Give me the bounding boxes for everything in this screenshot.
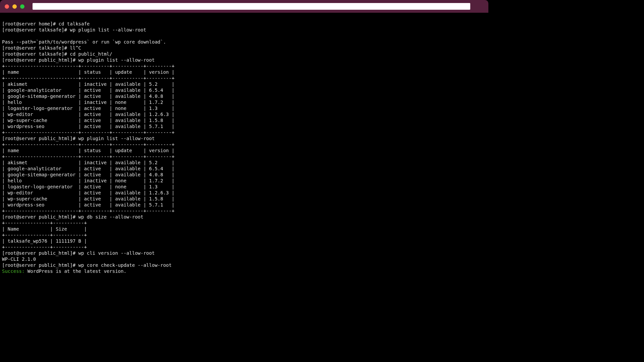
table-border: +--------------------------+----------+-… bbox=[2, 154, 174, 159]
table-row: | akismet | inactive | available | 5.2 | bbox=[2, 160, 174, 165]
table-row: | google-sitemap-generator | active | av… bbox=[2, 94, 174, 99]
prompt: [root@server talksafe]# bbox=[2, 27, 70, 33]
hint-text: Pass --path=`path/to/wordpress` or run `… bbox=[2, 39, 166, 45]
prompt: [root@server talksafe]# bbox=[2, 45, 70, 51]
cmd: wp cli version --allow-root bbox=[78, 250, 155, 256]
success-text: WordPress is at the latest version. bbox=[24, 268, 126, 274]
prompt: [root@server public_html]# bbox=[2, 262, 78, 268]
close-icon[interactable] bbox=[5, 4, 9, 9]
table-border: +--------------------------+----------+-… bbox=[2, 208, 174, 214]
table-row: | wordpress-seo | active | available | 5… bbox=[2, 124, 174, 129]
table-row: | google-analyticator | active | availab… bbox=[2, 166, 174, 171]
table-header: | name | status | update | version | bbox=[2, 69, 174, 75]
table-row: | hello | inactive | none | 1.7.2 | bbox=[2, 178, 174, 183]
table-border: +--------------------------+----------+-… bbox=[2, 130, 174, 135]
table-header: | Name | Size | bbox=[2, 226, 87, 232]
table-row: | talksafe_wp576 | 1111197 B | bbox=[2, 238, 87, 244]
prompt: [root@server public_html]# bbox=[2, 57, 78, 63]
table-row: | hello | inactive | none | 1.7.2 | bbox=[2, 100, 174, 105]
table-border: +----------------+-----------+ bbox=[2, 232, 87, 238]
prompt: [root@server public_html]# bbox=[2, 250, 78, 256]
table-header: | name | status | update | version | bbox=[2, 148, 174, 153]
cmd: wp plugin list --allow-root bbox=[78, 136, 155, 141]
table-row: | akismet | inactive | available | 5.2 | bbox=[2, 81, 174, 87]
terminal-output[interactable]: [root@server home]# cd talksafe [root@se… bbox=[0, 13, 488, 274]
table-row: | logaster-logo-generator | active | non… bbox=[2, 106, 174, 111]
table-border: +--------------------------+----------+-… bbox=[2, 75, 174, 81]
table-border: +----------------+-----------+ bbox=[2, 220, 87, 226]
table-row: | wordpress-seo | active | available | 5… bbox=[2, 202, 174, 207]
table-border: +--------------------------+----------+-… bbox=[2, 63, 174, 69]
prompt: [root@server home]# bbox=[2, 21, 59, 26]
table-row: | wp-super-cache | active | available | … bbox=[2, 196, 174, 201]
table-row: | google-analyticator | active | availab… bbox=[2, 87, 174, 93]
cmd: cd public_html/ bbox=[70, 51, 112, 57]
window-titlebar bbox=[0, 0, 488, 13]
table-border: +--------------------------+----------+-… bbox=[2, 142, 174, 147]
cmd: wp plugin list --allow-root bbox=[70, 27, 146, 33]
cmd: wp plugin list --allow-root bbox=[78, 57, 155, 63]
minimize-icon[interactable] bbox=[12, 4, 17, 9]
cmd: wp core check-update --allow-root bbox=[78, 262, 172, 268]
tab-title-field[interactable] bbox=[33, 3, 470, 10]
table-row: | wp-super-cache | active | available | … bbox=[2, 118, 174, 123]
table-row: | google-sitemap-generator | active | av… bbox=[2, 172, 174, 177]
cmd: cd talksafe bbox=[59, 21, 90, 26]
cli-version: WP-CLI 2.1.0 bbox=[2, 256, 36, 262]
prompt: [root@server public_html]# bbox=[2, 214, 78, 220]
prompt: [root@server talksafe]# bbox=[2, 51, 70, 57]
prompt: [root@server public_html]# bbox=[2, 136, 78, 141]
table-border: +----------------+-----------+ bbox=[2, 244, 87, 250]
table-row: | wp-editor | active | available | 1.2.6… bbox=[2, 112, 174, 117]
window-controls bbox=[5, 4, 24, 9]
table-row: | logaster-logo-generator | active | non… bbox=[2, 184, 174, 189]
cmd: ll^C bbox=[70, 45, 81, 51]
maximize-icon[interactable] bbox=[20, 4, 24, 9]
table-row: | wp-editor | active | available | 1.2.6… bbox=[2, 190, 174, 195]
cmd: wp db size --allow-root bbox=[78, 214, 144, 220]
success-badge: Success: bbox=[2, 268, 24, 274]
